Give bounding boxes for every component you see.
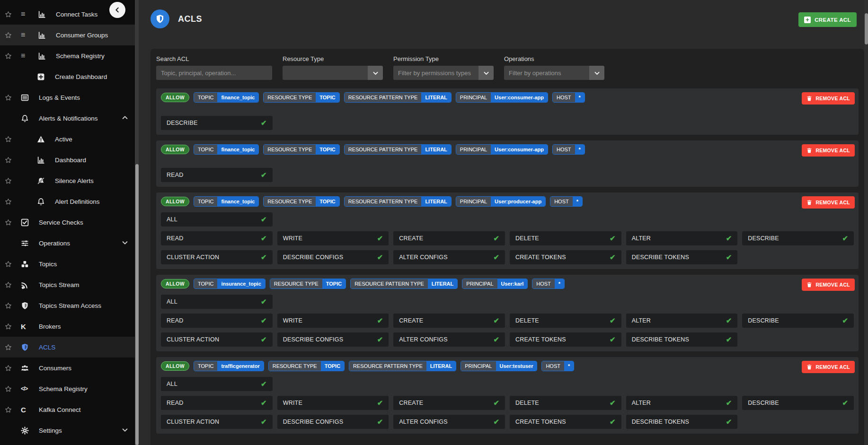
sidebar-item-topics[interactable]: Topics (0, 253, 135, 274)
star-icon[interactable] (5, 157, 21, 164)
star-icon[interactable] (5, 302, 21, 309)
operations-dropdown-button[interactable] (589, 66, 604, 80)
operation-cell-describe-tokens: DESCRIBE TOKENS✔ (626, 332, 738, 347)
search-acl-input[interactable] (156, 66, 272, 80)
star-icon[interactable] (5, 11, 21, 18)
attribute-value: LITERAL (428, 279, 457, 288)
sidebar-item-operations[interactable]: Operations (0, 233, 135, 253)
sidebar-item-settings[interactable]: Settings (0, 420, 135, 441)
star-icon[interactable] (5, 32, 21, 39)
star-icon[interactable] (5, 198, 21, 205)
operation-cell-delete: DELETE✔ (510, 314, 621, 328)
remove-acl-button[interactable]: REMOVE ACL (802, 196, 855, 209)
sidebar-scrollbar-thumb[interactable] (135, 164, 139, 445)
permission-type-select[interactable] (393, 66, 478, 80)
operation-cell-describe-configs: DESCRIBE CONFIGS✔ (277, 332, 389, 347)
page-scrollbar[interactable] (864, 0, 868, 445)
check-icon: ✔ (261, 380, 267, 388)
sidebar-item-alerts-notifications[interactable]: Alerts & Notifications (0, 108, 135, 129)
sidebar-item-label: Topics Stream Access (39, 302, 101, 309)
attribute-label: PRINCIPAL (456, 93, 491, 102)
operations-row: READ✔WRITE✔CREATE✔DELETE✔ALTER✔DESCRIBE✔ (161, 396, 854, 410)
sidebar-item-consumer-groups[interactable]: ≡Consumer Groups (0, 25, 135, 45)
sidebar-item-acls[interactable]: ACLS (0, 337, 135, 358)
bell-slash-icon (37, 177, 55, 185)
acl-card: ALLOWTOPICfinance_topicRESOURCE TYPETOPI… (156, 88, 859, 135)
operation-cell-cluster-action: CLUSTER ACTION✔ (161, 332, 273, 347)
logs-icon (21, 94, 39, 102)
menu-handle-icon[interactable]: ≡ (21, 52, 38, 60)
operation-cell-alter: ALTER✔ (626, 231, 738, 245)
operation-name: DESCRIBE CONFIGS (283, 336, 344, 343)
sidebar-item-schema-registry[interactable]: ≡Schema Registry (0, 45, 135, 66)
star-icon[interactable] (5, 281, 21, 288)
menu-handle-icon[interactable]: ≡ (21, 10, 38, 18)
sidebar-item-dashboard[interactable]: Dashboard (0, 149, 135, 170)
remove-acl-button[interactable]: REMOVE ACL (802, 361, 855, 373)
operation-cell-describe: DESCRIBE✔ (742, 396, 854, 410)
sidebar-item-create-dashboard[interactable]: Create Dashboard (0, 66, 135, 87)
sidebar-item-silence-alerts[interactable]: Silence Alerts (0, 170, 135, 191)
sidebar-collapse-button[interactable] (109, 2, 125, 18)
star-icon[interactable] (5, 344, 21, 351)
operation-cell-cluster-action: CLUSTER ACTION✔ (161, 415, 273, 429)
chevron-left-icon (114, 7, 121, 13)
acl-card-header: ALLOWTOPICinsurance_topicRESOURCE TYPETO… (161, 279, 854, 289)
trash-icon (806, 200, 812, 205)
sidebar-item-label: Topics (39, 261, 57, 268)
star-icon[interactable] (5, 177, 21, 184)
chevron-down-icon[interactable] (122, 427, 128, 433)
star-icon[interactable] (5, 219, 21, 226)
resource-type-select[interactable] (283, 66, 368, 80)
attribute-label: TOPIC (194, 93, 217, 102)
menu-handle-icon[interactable]: ≡ (21, 31, 38, 39)
page-scrollbar-thumb[interactable] (865, 13, 868, 44)
shield-icon (21, 343, 39, 351)
operation-name: CREATE (399, 400, 423, 406)
sidebar-item-service-checks[interactable]: Service Checks (0, 212, 135, 233)
attribute-label: PRINCIPAL (456, 197, 491, 206)
sidebar-item-alert-definitions[interactable]: Alert Definitions (0, 191, 135, 212)
operation-name: WRITE (283, 317, 302, 324)
sidebar-item-topics-stream-access[interactable]: Topics Stream Access (0, 295, 135, 316)
remove-acl-button[interactable]: REMOVE ACL (802, 279, 855, 291)
star-icon[interactable] (5, 385, 21, 393)
resource-type-dropdown-button[interactable] (368, 66, 383, 80)
sidebar-scrollbar[interactable] (135, 0, 139, 445)
cubes-icon (21, 260, 39, 268)
star-icon[interactable] (5, 52, 21, 60)
attribute-label: RESOURCE PATTERN TYPE (349, 361, 426, 371)
star-icon[interactable] (5, 94, 21, 101)
letter-k-icon: K (21, 323, 39, 331)
star-icon[interactable] (5, 406, 21, 413)
operations-select[interactable] (504, 66, 589, 80)
chevron-down-icon[interactable] (122, 239, 128, 246)
attribute-badge-resource-type: RESOURCE TYPETOPIC (268, 361, 345, 371)
star-icon[interactable] (5, 323, 21, 330)
attribute-label: TOPIC (194, 279, 217, 288)
sidebar-item-logs-events[interactable]: Logs & Events (0, 87, 135, 108)
sidebar-item-label: Schema Registry (56, 52, 105, 60)
operation-name: DELETE (515, 317, 539, 324)
chevron-up-icon[interactable] (122, 114, 128, 121)
acl-card: ALLOWTOPICinsurance_topicRESOURCE TYPETO… (156, 275, 859, 351)
sidebar-item-topics-stream[interactable]: Topics Stream (0, 274, 135, 295)
create-acl-button[interactable]: + CREATE ACL (798, 12, 857, 27)
remove-acl-button[interactable]: REMOVE ACL (802, 92, 855, 105)
sidebar-item-active[interactable]: Active (0, 129, 135, 149)
sidebar-item-brokers[interactable]: KBrokers (0, 316, 135, 337)
star-icon[interactable] (5, 136, 21, 143)
star-icon[interactable] (5, 365, 21, 372)
attribute-label: HOST (553, 93, 575, 102)
sidebar-item-consumers[interactable]: Consumers (0, 358, 135, 378)
sidebar-item-kafka-connect[interactable]: CKafka Connect (0, 399, 135, 420)
attribute-badge-topic: TOPICtrafficgenerator (194, 361, 264, 371)
sidebar-item-schema-registry[interactable]: </>Schema Registry (0, 378, 135, 399)
permission-type-dropdown-button[interactable] (478, 66, 494, 80)
remove-acl-button[interactable]: REMOVE ACL (802, 144, 855, 157)
operations-row: READ✔WRITE✔CREATE✔DELETE✔ALTER✔DESCRIBE✔ (161, 231, 854, 245)
star-icon[interactable] (5, 261, 21, 268)
check-icon: ✔ (726, 316, 732, 325)
operations-row: CLUSTER ACTION✔DESCRIBE CONFIGS✔ALTER CO… (161, 250, 854, 264)
attribute-label: TOPIC (194, 145, 217, 154)
